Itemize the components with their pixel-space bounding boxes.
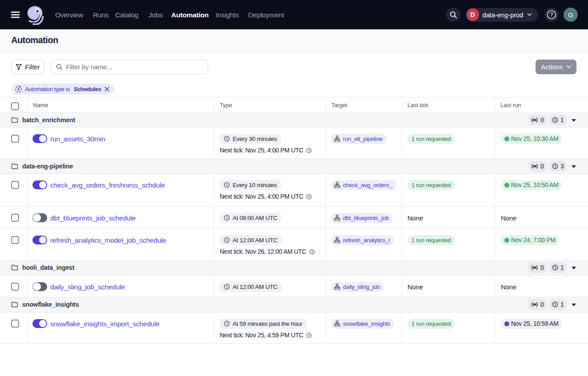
svg-text:?: ? <box>550 12 553 18</box>
